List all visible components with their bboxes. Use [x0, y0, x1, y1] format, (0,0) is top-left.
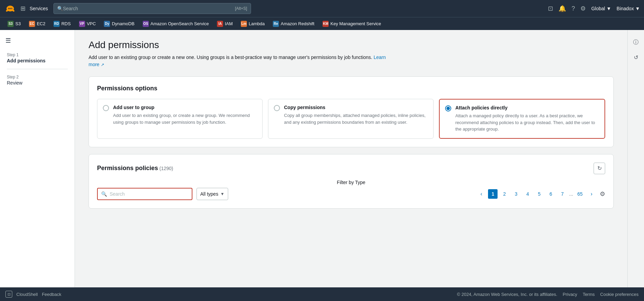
info-icon[interactable]: ⓘ — [630, 37, 641, 48]
step2-label: Step 2 — [7, 75, 68, 79]
filter-row: 🔍 All types ▼ ‹ 1 2 3 4 5 6 7 ... — [97, 188, 605, 200]
cookie-link[interactable]: Cookie preferences — [600, 292, 639, 297]
right-icons-panel: ⓘ ↺ — [627, 30, 644, 287]
permission-options-list: Add user to group Add user to an existin… — [97, 99, 605, 139]
prev-page-button[interactable]: ‹ — [476, 189, 486, 199]
page-5-button[interactable]: 5 — [534, 189, 544, 199]
option-add-to-group-desc: Add user to an existing group, or create… — [113, 112, 257, 125]
service-opensearch[interactable]: OS Amazon OpenSearch Service — [139, 19, 212, 28]
pagination: ‹ 1 2 3 4 5 6 7 ... 65 › ⚙ — [476, 189, 605, 199]
global-search-bar[interactable]: 🔍 [Alt+S] — [53, 3, 251, 14]
cloudshell-icon[interactable]: ⊡ — [5, 291, 12, 298]
page-7-button[interactable]: 7 — [557, 189, 567, 199]
region-arrow: ▼ — [607, 6, 611, 11]
search-shortcut: [Alt+S] — [235, 6, 247, 11]
type-dropdown-arrow: ▼ — [220, 192, 224, 196]
search-icon: 🔍 — [57, 6, 63, 11]
option-attach-directly[interactable]: Attach policies directly Attach a manage… — [439, 99, 605, 139]
policies-count: (1290) — [159, 166, 173, 171]
filter-by-type-label: Filter by Type — [97, 180, 605, 185]
next-page-button[interactable]: › — [587, 189, 596, 199]
region-label: Global — [591, 6, 605, 11]
policy-search-box[interactable]: 🔍 — [97, 188, 192, 200]
ec2-icon: EC — [29, 21, 35, 27]
policies-title: Permissions policies (1290) — [97, 165, 173, 172]
service-bar: S3 S3 EC EC2 RD RDS VP VPC Dy DynamoDB O… — [0, 17, 644, 30]
option-attach-title: Attach policies directly — [455, 105, 599, 110]
dynamodb-icon: Dy — [104, 21, 110, 27]
policy-search-input[interactable] — [110, 191, 188, 197]
service-ec2[interactable]: EC EC2 — [26, 19, 49, 28]
settings-icon[interactable]: ⚙ — [580, 5, 586, 12]
terminal-icon[interactable]: ⊡ — [548, 5, 553, 12]
region-selector[interactable]: Global ▼ — [591, 6, 611, 11]
sidebar-step1[interactable]: Step 1 Add permissions — [0, 50, 75, 66]
service-iam[interactable]: IA IAM — [214, 19, 236, 28]
option-copy-permissions[interactable]: Copy permissions Copy all group membersh… — [268, 99, 434, 139]
service-s3[interactable]: S3 S3 — [4, 19, 24, 28]
radio-attach-directly[interactable] — [445, 105, 451, 111]
page-6-button[interactable]: 6 — [546, 189, 555, 199]
service-lambda[interactable]: Lm Lambda — [237, 19, 268, 28]
cloudshell-label[interactable]: CloudShell — [16, 292, 38, 297]
lambda-label: Lambda — [249, 21, 265, 26]
page-65-button[interactable]: 65 — [575, 189, 585, 199]
iam-icon: IA — [217, 21, 223, 27]
refresh-side-icon[interactable]: ↺ — [630, 52, 641, 63]
service-dynamodb[interactable]: Dy DynamoDB — [100, 19, 138, 28]
nav-right: ⊡ 🔔 ? ⚙ Global ▼ Binadox ▼ — [548, 5, 640, 12]
redshift-label: Amazon Redshift — [281, 21, 314, 26]
page-settings-icon[interactable]: ⚙ — [600, 190, 605, 198]
service-redshift[interactable]: Re Amazon Redshift — [269, 19, 318, 28]
sidebar-toggle[interactable]: ☰ — [0, 37, 75, 50]
user-arrow: ▼ — [635, 6, 640, 11]
option-attach-content: Attach policies directly Attach a manage… — [455, 105, 599, 133]
option-add-to-group-title: Add user to group — [113, 105, 257, 110]
page-2-button[interactable]: 2 — [500, 189, 509, 199]
rds-icon: RD — [53, 21, 60, 27]
footer: ⊡ CloudShell Feedback © 2024, Amazon Web… — [0, 287, 644, 301]
page-3-button[interactable]: 3 — [511, 189, 521, 199]
permissions-options-title: Permissions options — [97, 85, 605, 92]
page-1-button[interactable]: 1 — [488, 189, 498, 199]
type-dropdown-value: All types — [200, 191, 218, 197]
step1-label: Step 1 — [7, 52, 68, 57]
step2-name: Review — [7, 80, 68, 86]
page-description: Add user to an existing group or create … — [89, 54, 395, 68]
aws-logo[interactable]: aws — [4, 2, 16, 15]
grid-icon[interactable]: ⊞ — [19, 3, 27, 14]
bell-icon[interactable]: 🔔 — [559, 5, 566, 12]
page-4-button[interactable]: 4 — [523, 189, 532, 199]
sidebar-step2[interactable]: Step 2 Review — [0, 72, 75, 88]
option-add-to-group[interactable]: Add user to group Add user to an existin… — [97, 99, 263, 139]
help-icon[interactable]: ? — [571, 5, 575, 12]
main-layout: ☰ Step 1 Add permissions Step 2 Review A… — [0, 30, 644, 287]
policies-title-text: Permissions policies — [97, 165, 158, 171]
vpc-label: VPC — [87, 21, 96, 26]
lambda-icon: Lm — [241, 21, 247, 27]
option-attach-desc: Attach a managed policy directly to a us… — [455, 112, 599, 133]
user-menu[interactable]: Binadox ▼ — [617, 6, 640, 11]
policies-header: Permissions policies (1290) ↻ — [97, 163, 605, 174]
service-rds[interactable]: RD RDS — [50, 19, 74, 28]
svg-text:aws: aws — [8, 7, 13, 10]
radio-copy-permissions[interactable] — [274, 105, 280, 111]
terms-link[interactable]: Terms — [583, 292, 595, 297]
type-dropdown[interactable]: All types ▼ — [197, 188, 228, 200]
privacy-link[interactable]: Privacy — [563, 292, 577, 297]
service-vpc[interactable]: VP VPC — [76, 19, 99, 28]
services-button[interactable]: Services — [30, 6, 48, 11]
feedback-link[interactable]: Feedback — [42, 292, 61, 297]
sidebar-divider — [7, 69, 68, 69]
option-copy-content: Copy permissions Copy all group membersh… — [284, 105, 428, 125]
option-add-to-group-content: Add user to group Add user to an existin… — [113, 105, 257, 125]
policy-search-icon: 🔍 — [101, 191, 107, 197]
service-kms[interactable]: KM Key Management Service — [319, 19, 384, 28]
permissions-options-card: Permissions options Add user to group Ad… — [89, 76, 614, 147]
refresh-button[interactable]: ↻ — [594, 163, 605, 174]
dynamodb-label: DynamoDB — [112, 21, 134, 26]
page-dots: ... — [569, 191, 573, 197]
radio-inner-dot — [446, 107, 450, 110]
search-input[interactable] — [63, 6, 232, 11]
radio-add-to-group[interactable] — [103, 105, 109, 111]
